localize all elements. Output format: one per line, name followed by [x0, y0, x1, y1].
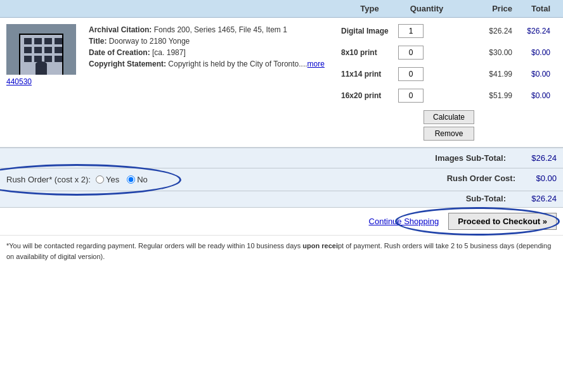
svg-point-16	[36, 61, 47, 66]
date-value: [ca. 1987]	[152, 48, 186, 57]
remove-button[interactable]: Remove	[424, 127, 474, 141]
rush-radio-group: Yes No	[96, 175, 148, 184]
rush-order-inner: Rush Order* (cost x 2): Yes No	[6, 175, 148, 184]
item-image-col: 440530	[6, 24, 82, 141]
option-type-0: Digital Image	[341, 27, 398, 35]
svg-rect-14	[55, 56, 62, 62]
option-type-1: 8x10 print	[341, 48, 398, 57]
svg-rect-11	[24, 56, 32, 62]
option-qty-input-2[interactable]	[398, 67, 424, 81]
col-qty-header: Quantity	[398, 4, 455, 13]
option-row-2: 11x14 print $41.99 $0.00	[341, 67, 557, 81]
archival-citation-value: Fonds 200, Series 1465, File 45, Item 1	[154, 25, 287, 34]
calculate-button[interactable]: Calculate	[424, 110, 474, 124]
checkout-row: Continue Shopping Proceed to Checkout »	[0, 207, 563, 235]
item-image-link[interactable]: 440530	[6, 77, 82, 86]
option-row-3: 16x20 print $51.99 $0.00	[341, 89, 557, 103]
item-options-col: Digital Image $26.24 $26.24 8x10 print $…	[341, 24, 557, 141]
more-link[interactable]: more	[307, 60, 325, 68]
option-qty-3	[398, 89, 455, 103]
rush-cost-value: $0.00	[522, 174, 557, 183]
option-qty-input-3[interactable]	[398, 89, 424, 103]
rush-no-label: No	[137, 175, 148, 184]
date-line: Date of Creation: [ca. 1987]	[89, 47, 335, 58]
option-price-0: $26.24	[455, 27, 512, 35]
option-total-3: $0.00	[512, 91, 557, 100]
rush-cost-right: Rush Order Cost: $0.00	[447, 174, 557, 186]
copyright-label: Copyright Statement:	[89, 60, 166, 68]
date-label: Date of Creation:	[89, 48, 150, 57]
rush-order-section: Rush Order* (cost x 2): Yes No	[0, 168, 563, 191]
title-line: Title: Doorway to 2180 Yonge	[89, 35, 335, 47]
rush-order-label: Rush Order* (cost x 2):	[6, 175, 91, 184]
col-price-header: Price	[455, 4, 512, 13]
rush-yes-label: Yes	[106, 175, 119, 184]
sub-total-label: Sub-Total:	[466, 194, 506, 203]
footer-note-text: *You will be contacted regarding payment…	[6, 242, 302, 250]
archival-citation: Archival Citation: Fonds 200, Series 146…	[89, 24, 335, 35]
svg-rect-13	[44, 56, 52, 62]
images-subtotal-label: Images Sub-Total:	[435, 153, 506, 163]
option-price-3: $51.99	[455, 91, 512, 100]
option-qty-1	[398, 46, 455, 60]
option-total-2: $0.00	[512, 70, 557, 79]
svg-rect-10	[55, 47, 62, 53]
copyright-line: Copyright Statement: Copyright is held b…	[89, 58, 335, 70]
option-type-3: 16x20 print	[341, 91, 398, 100]
item-image	[6, 24, 76, 75]
item-details-col: Archival Citation: Fonds 200, Series 146…	[82, 24, 341, 141]
images-subtotal-row: Images Sub-Total: $26.24	[0, 148, 563, 168]
title-label: Title:	[89, 37, 107, 46]
checkout-button[interactable]: Proceed to Checkout »	[448, 213, 557, 230]
rush-yes-option[interactable]: Yes	[96, 175, 119, 184]
footer-note-bold: upon recei	[302, 242, 338, 250]
rush-cost-row: Rush Order Cost: $0.00	[447, 174, 557, 183]
col-total-header: Total	[512, 4, 557, 13]
svg-rect-12	[34, 56, 42, 62]
copyright-value: Copyright is held by the City of Toronto…	[168, 60, 307, 68]
svg-rect-7	[24, 47, 32, 53]
option-qty-input-0[interactable]	[398, 24, 424, 38]
item-row: 440530 Archival Citation: Fonds 200, Ser…	[0, 18, 563, 148]
option-type-2: 11x14 print	[341, 70, 398, 79]
option-price-1: $30.00	[455, 48, 512, 57]
footer-note: *You will be contacted regarding payment…	[0, 235, 563, 267]
rush-no-option[interactable]: No	[127, 175, 148, 184]
option-total-1: $0.00	[512, 48, 557, 57]
archival-citation-label: Archival Citation:	[89, 25, 152, 34]
svg-rect-5	[44, 38, 52, 44]
svg-rect-4	[34, 38, 42, 44]
option-row-0: Digital Image $26.24 $26.24	[341, 24, 557, 38]
svg-rect-6	[55, 38, 62, 44]
rush-yes-radio[interactable]	[96, 175, 104, 184]
svg-rect-8	[34, 47, 42, 53]
rush-order-left: Rush Order* (cost x 2): Yes No	[6, 175, 148, 184]
rush-cost-label: Rush Order Cost:	[447, 174, 515, 183]
title-value: Doorway to 2180 Yonge	[109, 37, 190, 46]
rush-no-radio[interactable]	[127, 175, 135, 184]
col-item-header	[6, 4, 341, 13]
sub-total-row: Sub-Total: $26.24	[0, 191, 563, 207]
table-header: Type Quantity Price Total	[0, 0, 563, 18]
option-price-2: $41.99	[455, 70, 512, 79]
option-row-1: 8x10 print $30.00 $0.00	[341, 46, 557, 60]
option-qty-0	[398, 24, 455, 38]
option-qty-input-1[interactable]	[398, 46, 424, 60]
sub-total-value: $26.24	[519, 194, 557, 203]
svg-rect-9	[44, 47, 52, 53]
option-total-0: $26.24	[512, 27, 557, 35]
col-type-header: Type	[341, 4, 398, 13]
images-subtotal-value: $26.24	[519, 153, 557, 163]
main-container: Type Quantity Price Total	[0, 0, 563, 392]
buttons-row: Calculate Remove	[341, 110, 557, 141]
svg-rect-3	[24, 38, 32, 44]
continue-shopping-link[interactable]: Continue Shopping	[369, 217, 439, 226]
option-qty-2	[398, 67, 455, 81]
